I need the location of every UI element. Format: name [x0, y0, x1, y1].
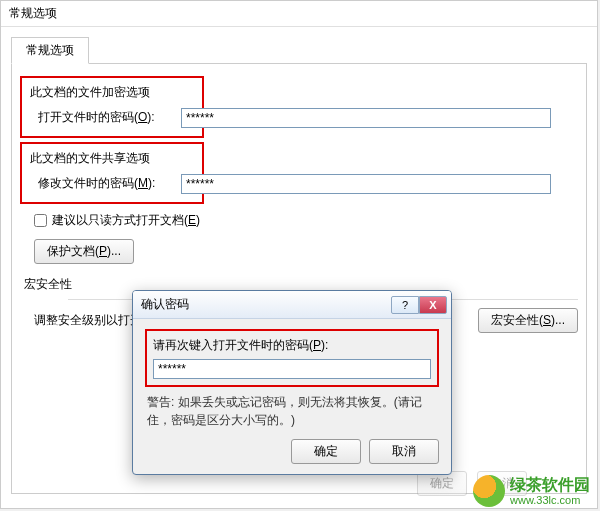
confirm-titlebar[interactable]: 确认密码 ? X [133, 291, 451, 319]
encryption-section-title: 此文档的文件加密选项 [30, 84, 194, 101]
dialog-title: 常规选项 [1, 1, 597, 27]
macro-security-button[interactable]: 宏安全性(S)... [478, 308, 578, 333]
sharing-highlight: 此文档的文件共享选项 修改文件时的密码(M): [20, 142, 204, 204]
confirm-actions: 确定 取消 [145, 439, 439, 464]
titlebar-buttons: ? X [391, 296, 447, 314]
protect-button-wrap: 保护文档(P)... [34, 239, 578, 264]
sharing-section-title: 此文档的文件共享选项 [30, 150, 194, 167]
help-icon[interactable]: ? [391, 296, 419, 314]
watermark: 绿茶软件园 www.33lc.com [463, 471, 600, 511]
readonly-label: 建议以只读方式打开文档(E) [52, 212, 200, 229]
readonly-row: 建议以只读方式打开文档(E) [34, 212, 574, 229]
protect-document-button[interactable]: 保护文档(P)... [34, 239, 134, 264]
modify-password-input[interactable] [181, 174, 551, 194]
modify-password-row: 修改文件时的密码(M): [38, 175, 194, 192]
password-warning: 警告: 如果丢失或忘记密码，则无法将其恢复。(请记住，密码是区分大小写的。) [147, 393, 439, 429]
readonly-checkbox[interactable] [34, 214, 47, 227]
confirm-highlight: 请再次键入打开文件时的密码(P): [145, 329, 439, 387]
watermark-url: www.33lc.com [510, 494, 590, 507]
confirm-cancel-button[interactable]: 取消 [369, 439, 439, 464]
confirm-password-label: 请再次键入打开文件时的密码(P): [153, 337, 431, 354]
tab-general[interactable]: 常规选项 [11, 37, 89, 64]
close-icon[interactable]: X [419, 296, 447, 314]
watermark-name: 绿茶软件园 [510, 475, 590, 494]
encryption-highlight: 此文档的文件加密选项 打开文件时的密码(O): [20, 76, 204, 138]
confirm-body: 请再次键入打开文件时的密码(P): 警告: 如果丢失或忘记密码，则无法将其恢复。… [133, 319, 451, 474]
confirm-password-dialog: 确认密码 ? X 请再次键入打开文件时的密码(P): 警告: 如果丢失或忘记密码… [132, 290, 452, 475]
open-password-row: 打开文件时的密码(O): [38, 109, 194, 126]
open-password-input[interactable] [181, 108, 551, 128]
modify-password-label: 修改文件时的密码(M): [38, 175, 155, 192]
open-password-label: 打开文件时的密码(O): [38, 109, 155, 126]
confirm-title: 确认密码 [141, 296, 391, 313]
watermark-logo-icon [473, 475, 505, 507]
tab-header: 常规选项 [11, 37, 587, 64]
confirm-password-input[interactable] [153, 359, 431, 379]
watermark-text: 绿茶软件园 www.33lc.com [510, 475, 590, 507]
confirm-ok-button[interactable]: 确定 [291, 439, 361, 464]
